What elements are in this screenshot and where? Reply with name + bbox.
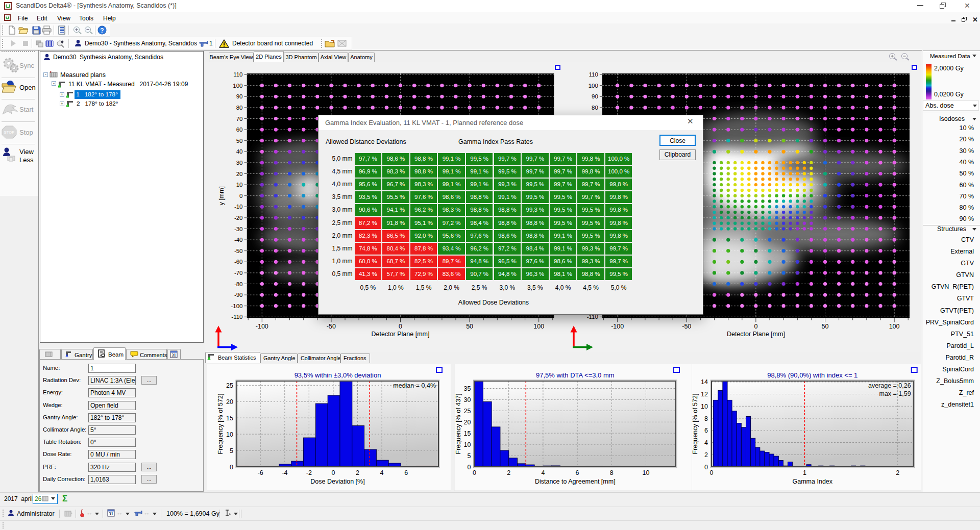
svg-text:-100: -100 (611, 323, 624, 330)
svg-text:70: 70 (236, 116, 243, 122)
svg-text:Dose Deviation [%]: Dose Deviation [%] (310, 478, 364, 485)
svg-text:10: 10 (643, 469, 650, 476)
svg-text:Detector Plane [mm]: Detector Plane [mm] (372, 331, 430, 338)
svg-text:-100: -100 (256, 323, 268, 330)
svg-text:31: 31 (172, 352, 176, 358)
svg-text:2: 2 (356, 469, 359, 476)
svg-text:0: 0 (239, 193, 242, 199)
svg-text:2: 2 (704, 451, 708, 459)
svg-text:0: 0 (754, 323, 757, 330)
svg-text:-50: -50 (327, 323, 336, 330)
svg-text:5: 5 (468, 452, 471, 460)
svg-text:50: 50 (822, 323, 829, 330)
svg-text:60: 60 (236, 127, 243, 133)
svg-text:31: 31 (109, 511, 113, 516)
svg-text:100: 100 (233, 83, 242, 89)
svg-text:0: 0 (399, 323, 402, 330)
svg-text:110: 110 (233, 71, 242, 78)
svg-text:-10: -10 (234, 204, 243, 210)
svg-text:?: ? (100, 27, 104, 34)
svg-text:25: 25 (464, 408, 471, 415)
svg-text:40: 40 (236, 148, 243, 155)
svg-text:0: 0 (704, 464, 708, 471)
svg-text:90: 90 (592, 93, 598, 99)
svg-text:110: 110 (589, 71, 598, 78)
svg-text:-90: -90 (234, 292, 243, 298)
svg-text:12: 12 (701, 391, 708, 398)
svg-text:30: 30 (464, 396, 471, 403)
svg-text:0: 0 (331, 469, 335, 476)
svg-text:10: 10 (701, 403, 708, 410)
svg-text:35: 35 (464, 385, 471, 392)
svg-text:-50: -50 (682, 323, 691, 330)
svg-text:100: 100 (589, 83, 598, 89)
svg-text:80: 80 (592, 105, 598, 111)
svg-text:-110: -110 (231, 314, 242, 320)
svg-text:15: 15 (226, 415, 233, 422)
svg-text:0: 0 (468, 464, 471, 471)
svg-text:14: 14 (701, 378, 708, 386)
svg-text:4: 4 (704, 439, 708, 446)
svg-text:Frequency [% of 437]: Frequency [% of 437] (455, 394, 462, 455)
svg-text:-6: -6 (258, 469, 263, 476)
svg-text:STOP: STOP (4, 130, 14, 135)
svg-text:50: 50 (236, 138, 243, 144)
svg-text:97,5% with DTA <=3,0 mm: 97,5% with DTA <=3,0 mm (536, 371, 615, 379)
svg-text:Detector Plane [mm]: Detector Plane [mm] (727, 331, 785, 338)
svg-text:90: 90 (236, 93, 243, 99)
svg-text:average = 0,26: average = 0,26 (868, 382, 911, 389)
svg-text:4: 4 (541, 469, 545, 476)
svg-text:0: 0 (710, 469, 714, 476)
svg-text:0: 0 (473, 469, 476, 476)
svg-text:50: 50 (466, 323, 473, 330)
svg-text:2: 2 (507, 469, 510, 476)
svg-text:80: 80 (236, 105, 243, 111)
svg-text:20: 20 (236, 171, 243, 177)
svg-text:-30: -30 (234, 226, 243, 232)
svg-text:-50: -50 (234, 248, 243, 254)
svg-text:10: 10 (226, 431, 233, 438)
svg-text:-70: -70 (234, 270, 243, 276)
svg-text:100: 100 (533, 323, 544, 330)
svg-text:20: 20 (226, 398, 233, 406)
svg-text:5: 5 (230, 447, 233, 455)
svg-text:-100: -100 (231, 303, 242, 309)
svg-text:median = 0,4%: median = 0,4% (393, 382, 436, 389)
svg-text:15: 15 (464, 430, 471, 437)
svg-text:Distance to Agreement [mm]: Distance to Agreement [mm] (535, 478, 616, 485)
svg-text:100: 100 (889, 323, 900, 330)
svg-text:20: 20 (464, 419, 471, 426)
svg-text:y [mm]: y [mm] (218, 186, 226, 206)
svg-text:-20: -20 (234, 215, 243, 221)
svg-text:max = 1,59: max = 1,59 (879, 390, 911, 397)
svg-text:Gamma Index: Gamma Index (793, 478, 833, 485)
svg-text:6: 6 (576, 469, 579, 476)
svg-text:Frequency [% of 572]: Frequency [% of 572] (692, 394, 699, 455)
svg-text:8: 8 (610, 469, 614, 476)
svg-text:-40: -40 (234, 237, 243, 243)
svg-text:Frequency [% of 572]: Frequency [% of 572] (217, 394, 224, 455)
svg-text:4: 4 (380, 469, 384, 476)
svg-text:6: 6 (704, 427, 708, 434)
svg-text:93,5% within ±3,0% deviation: 93,5% within ±3,0% deviation (295, 371, 381, 379)
svg-text:8: 8 (704, 415, 708, 422)
svg-text:2: 2 (896, 469, 899, 476)
svg-text:-2: -2 (306, 469, 312, 476)
svg-text:-80: -80 (234, 281, 243, 287)
svg-text:-110: -110 (587, 314, 598, 320)
svg-text:-4: -4 (282, 469, 287, 476)
svg-text:6: 6 (404, 469, 408, 476)
svg-text:0: 0 (230, 464, 233, 471)
svg-text:10: 10 (464, 441, 471, 448)
svg-text:10: 10 (236, 182, 243, 188)
svg-text:25: 25 (226, 382, 233, 389)
svg-text:-60: -60 (234, 259, 243, 265)
svg-text:30: 30 (236, 160, 243, 166)
svg-text:98,8% (90,0%) with index <= 1: 98,8% (90,0%) with index <= 1 (767, 371, 857, 379)
svg-text:1: 1 (803, 469, 806, 476)
